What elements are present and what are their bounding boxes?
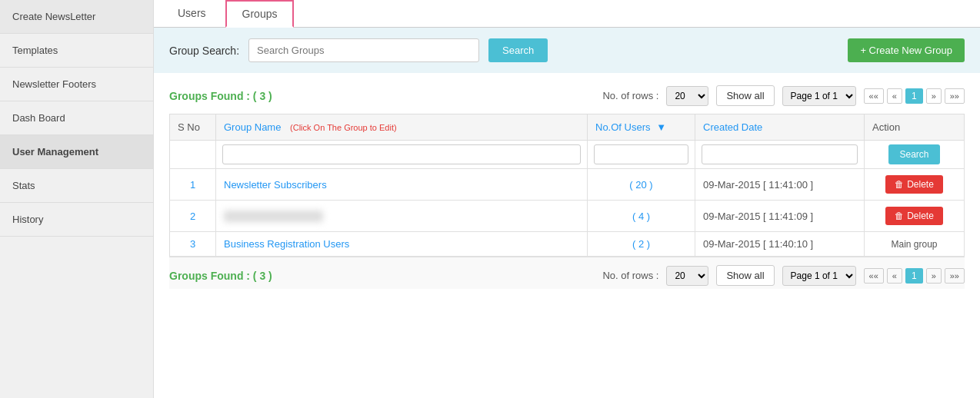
filter-num-users-input[interactable] (594, 144, 688, 164)
last-page-btn-top[interactable]: »» (945, 88, 965, 104)
pag-nav-bottom: «« « 1 » »» (864, 268, 965, 284)
first-page-btn-bottom[interactable]: «« (864, 268, 884, 284)
search-button[interactable]: Search (488, 38, 548, 62)
sidebar-item-templates[interactable]: Templates (0, 34, 153, 68)
page-select-bottom[interactable]: Page 1 of 1 (782, 266, 856, 286)
row2-num-users: ( 4 ) (588, 201, 695, 232)
page-select-top[interactable]: Page 1 of 1 (782, 86, 856, 106)
show-all-button-bottom[interactable]: Show all (716, 265, 774, 286)
content-area: Groups Found : ( 3 ) No. of rows : 20 50… (154, 73, 980, 398)
filter-action: Search (865, 141, 965, 169)
row1-created-date: 09-Mar-2015 [ 11:41:00 ] (695, 169, 865, 201)
col-search-button[interactable]: Search (888, 144, 939, 164)
groups-found-top: Groups Found : ( 3 ) (169, 90, 595, 102)
rows-per-page-select-bottom[interactable]: 20 50 100 (666, 266, 708, 286)
filter-group-name-input[interactable] (222, 144, 581, 164)
row1-group-name[interactable]: Newsletter Subscribers (216, 169, 588, 201)
rows-per-page-select-top[interactable]: 20 50 100 (666, 86, 708, 106)
filter-created-date-input[interactable] (702, 144, 858, 164)
row3-sno: 3 (170, 232, 216, 257)
groups-found-bottom: Groups Found : ( 3 ) (169, 270, 595, 282)
tab-users[interactable]: Users (162, 0, 222, 28)
sidebar-item-history[interactable]: History (0, 203, 153, 237)
table-row: 1 Newsletter Subscribers ( 20 ) 09-Mar-2… (170, 169, 965, 201)
row2-group-name[interactable]: ██████████████ (216, 201, 588, 232)
top-pagination-bar: Groups Found : ( 3 ) No. of rows : 20 50… (169, 85, 965, 106)
current-page-num-top[interactable]: 1 (905, 88, 923, 104)
filter-created-date (695, 141, 865, 169)
sidebar-item-newsletter-footers[interactable]: Newsletter Footers (0, 68, 153, 101)
groups-table: S No Group Name (Click On The Group to E… (169, 114, 965, 257)
col-header-group-name: Group Name (Click On The Group to Edit) (216, 114, 588, 141)
row3-created-date: 09-Mar-2015 [ 11:40:10 ] (695, 232, 865, 257)
filter-num-users (588, 141, 695, 169)
prev-page-btn-bottom[interactable]: « (887, 268, 902, 284)
tab-groups[interactable]: Groups (225, 0, 295, 28)
row3-num-users: ( 2 ) (588, 232, 695, 257)
col-header-created-date: Created Date (695, 114, 865, 141)
table-row: 2 ██████████████ ( 4 ) 09-Mar-2015 [ 11:… (170, 201, 965, 232)
first-page-btn-top[interactable]: «« (864, 88, 884, 104)
pag-nav-top: «« « 1 » »» (864, 88, 965, 104)
table-row: 3 Business Registration Users ( 2 ) 09-M… (170, 232, 965, 257)
next-page-btn-top[interactable]: » (926, 88, 942, 104)
col-header-action: Action (865, 114, 965, 141)
search-bar-area: Group Search: Search + Create New Group (154, 28, 980, 73)
last-page-btn-bottom[interactable]: »» (945, 268, 965, 284)
col-header-sno: S No (170, 114, 216, 141)
next-page-btn-bottom[interactable]: » (926, 268, 942, 284)
row2-group-name-redacted: ██████████████ (224, 211, 323, 222)
row1-num-users: ( 20 ) (588, 169, 695, 201)
rows-label-bottom: No. of rows : (602, 270, 658, 281)
create-new-group-button[interactable]: + Create New Group (848, 38, 965, 62)
tab-bar: Users Groups (154, 0, 980, 28)
bottom-pagination-bar: Groups Found : ( 3 ) No. of rows : 20 50… (169, 257, 965, 289)
row2-created-date: 09-Mar-2015 [ 11:41:09 ] (695, 201, 865, 232)
main-content: Users Groups Group Search: Search + Crea… (154, 0, 980, 398)
row3-action: Main group (865, 232, 965, 257)
current-page-num-bottom[interactable]: 1 (905, 268, 923, 284)
sidebar-item-dashboard[interactable]: Dash Board (0, 101, 153, 135)
prev-page-btn-top[interactable]: « (887, 88, 902, 104)
sidebar-item-stats[interactable]: Stats (0, 169, 153, 203)
filter-sno (170, 141, 216, 169)
row2-sno: 2 (170, 201, 216, 232)
sidebar: Create NewsLetter Templates Newsletter F… (0, 0, 154, 398)
show-all-button-top[interactable]: Show all (716, 85, 774, 106)
row3-group-name[interactable]: Business Registration Users (216, 232, 588, 257)
search-label: Group Search: (169, 45, 239, 57)
col-header-num-users: No.Of Users ▼ (588, 114, 695, 141)
search-input[interactable] (248, 38, 479, 62)
trash-icon: 🗑 (895, 211, 904, 221)
row1-delete-button[interactable]: 🗑 Delete (885, 175, 943, 194)
sidebar-item-user-management[interactable]: User Management (0, 135, 153, 169)
row1-sno: 1 (170, 169, 216, 201)
row2-delete-button[interactable]: 🗑 Delete (885, 207, 943, 225)
row1-action: 🗑 Delete (865, 169, 965, 201)
row2-action: 🗑 Delete (865, 201, 965, 232)
sidebar-item-create-newsletter[interactable]: Create NewsLetter (0, 0, 153, 34)
main-group-label: Main group (891, 239, 937, 250)
group-name-hint: (Click On The Group to Edit) (290, 123, 397, 132)
rows-label-top: No. of rows : (602, 90, 658, 101)
filter-group-name (216, 141, 588, 169)
trash-icon: 🗑 (895, 179, 904, 190)
filter-row: Search (170, 141, 965, 169)
